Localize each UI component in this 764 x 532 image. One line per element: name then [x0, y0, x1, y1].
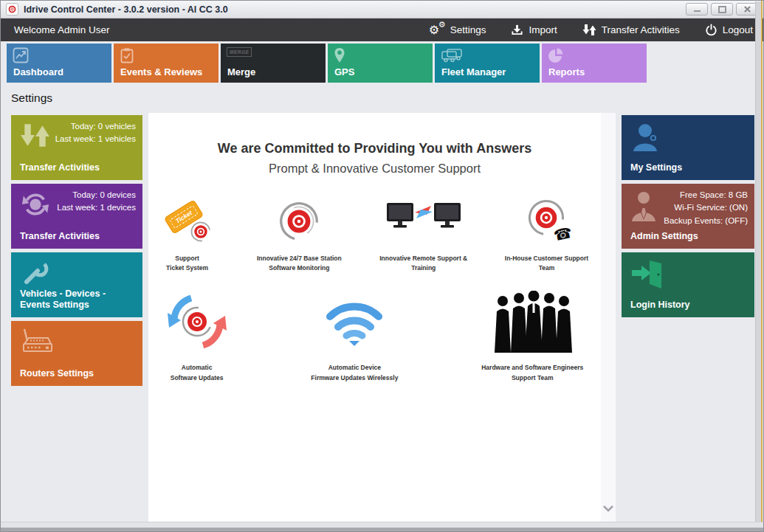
wrench-icon [20, 259, 49, 289]
tile-reports-label: Reports [548, 66, 585, 77]
feature-inhouse-support: ☎ In-House Customer Support Team [492, 198, 601, 273]
power-icon [705, 24, 717, 36]
remote-monitors-icon [385, 200, 462, 243]
feature-caption: Hardware and Software Engineers Support … [481, 363, 583, 382]
support-info: We are Committed to Providing You with A… [148, 113, 601, 383]
feature-engineers-team: Hardware and Software Engineers Support … [464, 289, 601, 382]
card-transfer-activities-devices[interactable]: Today: 0 devices Last week: 1 devices Tr… [11, 184, 142, 249]
card-vehicles-devices-events-settings[interactable]: Vehicles - Devices - Events Settings [11, 252, 142, 317]
content-subheading: Prompt & Innovative Customer Support [148, 162, 601, 176]
feature-firmware-updates: Automatic Device Firmware Updates Wirele… [292, 289, 416, 382]
nav-transfer-label: Transfer Activities [602, 24, 680, 35]
card-routers-settings[interactable]: Routers Settings [11, 321, 142, 386]
login-door-icon [630, 259, 666, 290]
card-label: Transfer Activities [20, 162, 137, 174]
feature-caption: In-House Customer Support Team [505, 254, 588, 273]
top-nav-bar: Welcome Admin User ⚙ ⚙ Settings Import [1, 18, 763, 41]
module-tiles: Dashboard Events & Reviews MERGE Merge G… [7, 44, 647, 83]
transfer-arrows-icon [20, 122, 51, 150]
feature-caption: Automatic Device Firmware Updates Wirele… [311, 363, 398, 382]
tile-fleet-manager-label: Fleet Manager [441, 66, 506, 77]
features-row-2: Automatic Software Updates Automatic Dev… [148, 289, 601, 382]
transfer-arrows-icon [582, 23, 596, 37]
card-label: Vehicles - Devices - Events Settings [20, 289, 137, 311]
chart-icon [13, 47, 29, 63]
phone-support-icon: ☎ [523, 198, 570, 244]
minimize-icon [694, 10, 701, 12]
card-label: Login History [630, 300, 748, 311]
card-label: Routers Settings [20, 368, 137, 380]
user-icon [630, 122, 663, 153]
feature-caption: Automatic Software Updates [171, 363, 224, 382]
welcome-text: Welcome Admin User [14, 24, 110, 35]
app-window: Idrive Control Center - 3.0.2 version - … [0, 0, 764, 532]
nav-transfer-activities[interactable]: Transfer Activities [582, 23, 680, 37]
card-login-history[interactable]: Login History [622, 252, 754, 317]
feature-caption: Innovative 24/7 Base Station Software Mo… [257, 254, 342, 273]
tile-dashboard[interactable]: Dashboard [7, 44, 111, 83]
right-sidebar: My Settings Free Space: 8 GB Wi-Fi Servi… [622, 115, 754, 317]
nav-import[interactable]: Import [511, 24, 557, 36]
feature-support-ticket: Ticket Support Ticket System [148, 198, 226, 273]
window-accent-border [761, 1, 763, 531]
card-label: Transfer Activities [20, 231, 137, 243]
feature-remote-support: Innovative Remote Support & Training [373, 198, 475, 273]
admin-user-icon [630, 190, 660, 223]
tile-gps[interactable]: GPS [328, 44, 433, 83]
pie-chart-icon [548, 47, 564, 63]
card-stats: Free Space: 8 GB Wi-Fi Service: (ON) Bac… [664, 189, 748, 227]
window-bottom-border [1, 528, 763, 531]
card-admin-settings[interactable]: Free Space: 8 GB Wi-Fi Service: (ON) Bac… [622, 184, 754, 249]
gears-icon: ⚙ ⚙ [429, 23, 445, 38]
auto-update-icon [166, 291, 228, 353]
clipboard-check-icon [120, 47, 134, 63]
feature-caption: Innovative Remote Support & Training [379, 254, 467, 273]
card-stats: Today: 0 vehicles Last week: 1 vehicles [55, 120, 136, 146]
feature-caption: Support Ticket System [166, 254, 208, 273]
tile-gps-label: GPS [334, 66, 354, 77]
target-logo-icon [278, 201, 320, 242]
title-bar: Idrive Control Center - 3.0.2 version - … [1, 1, 763, 18]
tile-merge[interactable]: MERGE Merge [221, 44, 326, 83]
feature-auto-software-updates: Automatic Software Updates [148, 289, 245, 382]
nav-import-label: Import [529, 24, 557, 35]
nav-logout-label: Logout [723, 24, 753, 35]
team-silhouettes-icon [491, 291, 574, 353]
features-row-1: Ticket Support Ticket System [148, 198, 601, 273]
card-my-settings[interactable]: My Settings [622, 115, 754, 180]
merge-stamp-icon: MERGE [227, 47, 252, 57]
chevron-down-icon[interactable] [602, 505, 615, 513]
nav-settings[interactable]: ⚙ ⚙ Settings [429, 23, 486, 38]
router-icon [20, 328, 54, 359]
left-sidebar: Today: 0 vehicles Last week: 1 vehicles … [11, 115, 142, 386]
card-transfer-activities-vehicles[interactable]: Today: 0 vehicles Last week: 1 vehicles … [11, 115, 142, 180]
tile-fleet-manager[interactable]: Fleet Manager [435, 44, 540, 83]
content-heading: We are Committed to Providing You with A… [148, 141, 601, 156]
tile-merge-label: Merge [227, 66, 255, 77]
tile-events-reviews-label: Events & Reviews [120, 66, 202, 77]
wifi-icon [323, 297, 386, 346]
panel-scrollbar[interactable] [601, 113, 616, 523]
close-icon [744, 6, 751, 13]
window-bottom-strip [1, 522, 763, 528]
feature-base-station-monitoring: Innovative 24/7 Base Station Software Mo… [244, 198, 355, 273]
card-stats: Today: 0 devices Last week: 1 devices [57, 189, 136, 215]
window-title: Idrive Control Center - 3.0.2 version - … [24, 4, 228, 15]
card-label: Admin Settings [630, 231, 748, 243]
minimize-button[interactable] [686, 3, 708, 15]
tile-reports[interactable]: Reports [542, 44, 647, 83]
tile-events-reviews[interactable]: Events & Reviews [114, 44, 218, 83]
ticket-icon: Ticket [162, 198, 213, 244]
window-right-edge [755, 1, 761, 523]
maximize-icon [718, 6, 726, 13]
sync-icon [20, 190, 51, 220]
map-pin-icon [334, 47, 345, 63]
content-panel: We are Committed to Providing You with A… [148, 113, 616, 523]
nav-settings-label: Settings [450, 24, 486, 35]
page-title: Settings [11, 91, 52, 105]
app-logo-icon [6, 3, 18, 15]
tile-dashboard-label: Dashboard [13, 66, 63, 77]
card-label: My Settings [630, 162, 748, 174]
nav-logout[interactable]: Logout [705, 24, 753, 36]
maximize-button[interactable] [711, 3, 733, 15]
